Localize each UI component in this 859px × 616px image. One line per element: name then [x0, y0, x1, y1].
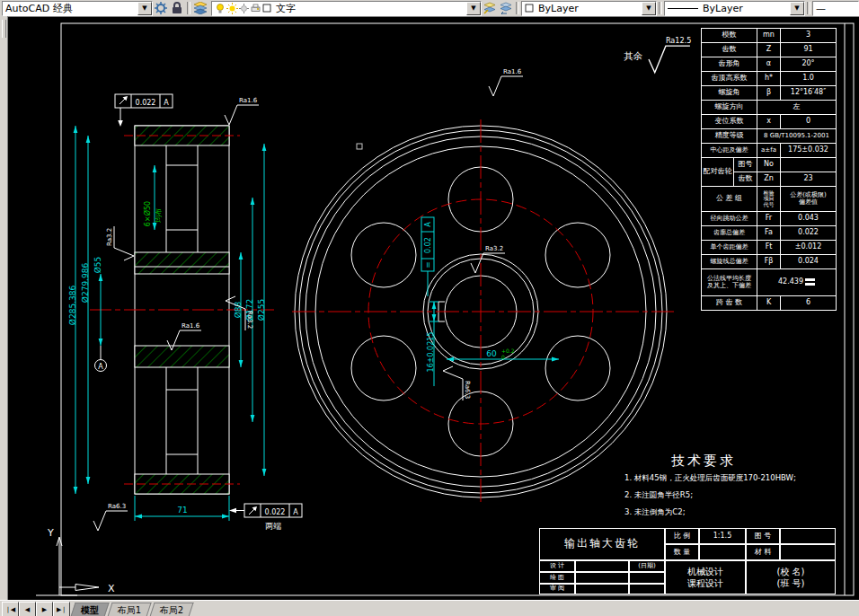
color-combo[interactable]: ByLayer ▼ — [521, 1, 657, 16]
draft-value — [575, 572, 629, 584]
prev-tab-button[interactable]: ◀ — [19, 602, 36, 616]
param-symbol: Ft — [757, 241, 781, 255]
ra-3_2-label: Ra3.2 — [246, 311, 253, 329]
param-label: 螺旋角 — [702, 86, 757, 101]
ucs-icon: X Y — [36, 527, 115, 595]
param-value: 3 — [781, 29, 837, 43]
design-value — [575, 560, 629, 572]
param-label: 模数 — [702, 29, 757, 43]
drawing-no-value — [780, 528, 836, 544]
param-value: 0.043 — [781, 212, 837, 226]
runout-frame-bottom: 0.022 A 两端 — [229, 504, 302, 531]
qiyu-label: 其余 — [624, 50, 643, 61]
keyway-dimensions: 16±0.0215 60 +0.2 0 — [427, 302, 559, 386]
param-symbol: β — [757, 86, 781, 101]
tab-model[interactable]: 模型 — [70, 603, 109, 616]
param-value — [781, 158, 837, 172]
dim-outer-diameter: Ø285.386 — [68, 286, 77, 326]
param-label: 公法线平均长度 及其上、下偏差 — [702, 269, 757, 296]
workspace-lock-button[interactable] — [169, 1, 185, 15]
tech-requirements-title: 技术要求 — [671, 453, 847, 470]
param-value: 6 — [781, 296, 837, 311]
bulb-icon — [215, 3, 226, 14]
first-tab-button[interactable]: ❘◀ — [2, 602, 19, 616]
dim-pitch-diameter: Ø279.986 — [81, 263, 90, 304]
color-swatch — [525, 3, 536, 13]
param-value: 42.439 — [757, 269, 837, 296]
material-value — [780, 544, 836, 560]
lineweight-combo[interactable]: — — [812, 1, 859, 16]
ra-1_6-label: Ra1.6 — [503, 68, 522, 75]
chevron-down-icon[interactable]: ▼ — [466, 2, 481, 15]
layer-arrow-icon — [483, 2, 497, 14]
workspace-settings-button[interactable] — [153, 1, 169, 15]
ra-6_3-label: Ra6.3 — [108, 503, 126, 510]
layer-properties-button[interactable] — [192, 1, 208, 15]
tab-layout1[interactable]: 布局1 — [107, 603, 152, 616]
param-value: 1.0 — [781, 72, 837, 86]
next-tab-button[interactable]: ▶ — [36, 602, 53, 616]
ra-3_2-label: Ra3.2 — [485, 245, 503, 252]
param-value: 0 — [781, 115, 837, 129]
symmetry-frame: A 0.02 = — [421, 217, 434, 296]
school-cell: (校 名) (班 号) — [746, 560, 836, 594]
param-label: 齿顶高系数 — [702, 72, 757, 86]
make-object-layer-current-button[interactable] — [482, 1, 498, 15]
param-value: 175±0.032 — [781, 144, 837, 158]
dim-holes-note: 均布 — [155, 208, 163, 224]
param-symbol: h* — [757, 72, 781, 86]
school-name: (校 名) — [777, 566, 805, 577]
param-label: 中心距及偏差 — [702, 144, 757, 158]
review-label: 审 阅 — [539, 584, 575, 594]
runout-datum: A — [164, 99, 169, 107]
workspace-combo[interactable]: AutoCAD 经典 ▼ — [2, 1, 153, 16]
layer-name: 文字 — [276, 2, 296, 15]
param-symbol: No — [757, 158, 781, 172]
layer-previous-icon — [499, 2, 513, 14]
class-no: (班 号) — [777, 577, 805, 589]
layer-color-swatch — [261, 3, 272, 13]
scale-value: 1:1.5 — [699, 528, 746, 544]
chevron-down-icon[interactable]: ▼ — [137, 2, 152, 15]
ucs-y-label: Y — [47, 527, 54, 539]
runout-datum-2: A — [293, 508, 298, 516]
dim-width: 71 — [177, 506, 187, 515]
param-symbol: a±fa — [757, 144, 781, 158]
tab-layout2[interactable]: 布局2 — [150, 603, 195, 616]
layer-previous-button[interactable] — [498, 1, 514, 15]
param-label: 变位系数 — [702, 115, 757, 129]
param-label: 螺旋方向 — [702, 101, 757, 115]
ra-3_2-label: Ra3.2 — [106, 228, 113, 246]
param-value: 0.024 — [781, 255, 837, 269]
gear-icon — [155, 2, 167, 14]
runout-icon — [249, 506, 257, 515]
layer-combo[interactable]: 文字 ▼ — [211, 1, 482, 16]
workspace-value: AutoCAD 经典 — [5, 2, 73, 15]
param-symbol: 检验 项目 代号 — [757, 187, 781, 212]
param-value: 公差(或极限) 偏差值 — [781, 187, 837, 212]
toolbar-separator — [659, 2, 662, 14]
material-label: 材 料 — [746, 544, 780, 560]
last-tab-button[interactable]: ▶❘ — [53, 602, 70, 616]
chevron-down-icon[interactable]: ▼ — [642, 2, 656, 15]
layers-icon — [193, 2, 208, 14]
ra-1_6-label: Ra1.6 — [239, 97, 258, 104]
side-view-dimensions — [75, 126, 264, 521]
param-value: 12°16′48″ — [781, 86, 837, 101]
dim-keyway-tol-lower: 0 — [501, 354, 505, 360]
param-label: 跨 齿 数 — [702, 296, 757, 311]
chevron-down-icon[interactable]: ▼ — [790, 2, 804, 15]
wk-tolerance-bars — [805, 278, 815, 286]
linetype-combo[interactable]: ByLayer ▼ — [664, 1, 805, 16]
param-label: 齿形角 — [702, 57, 757, 72]
layout-tab-bar: ❘◀ ◀ ▶ ▶❘ 模型 布局1 布局2 — [0, 600, 859, 616]
sun-icon — [226, 3, 238, 14]
datum-a-label: A — [98, 363, 103, 371]
param-symbol: K — [757, 296, 781, 311]
param-value: 23 — [781, 172, 837, 187]
grip-marker[interactable] — [357, 144, 362, 149]
default-roughness: 其余 Ra12.5 — [624, 36, 691, 73]
param-label: 公 差 组 — [702, 187, 757, 212]
param-label: 径向跳动公差 — [702, 212, 757, 226]
param-value: 0.022 — [781, 226, 837, 241]
